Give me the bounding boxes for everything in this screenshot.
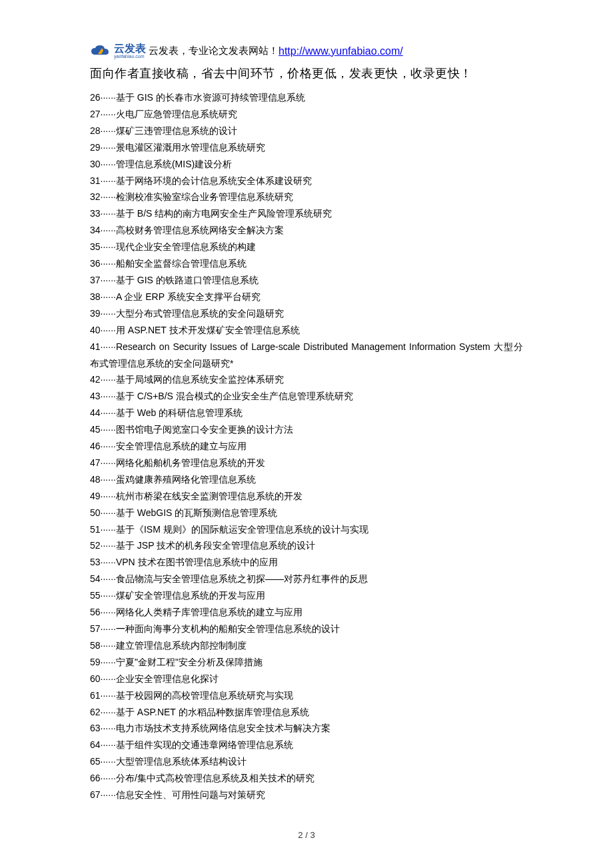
list-item: 54······食品物流与安全管理信息系统之初探——对苏丹红事件的反思 — [90, 571, 523, 587]
item-separator: ······ — [101, 374, 116, 385]
item-number: 46 — [90, 441, 101, 451]
list-item: 59······宁夏"金财工程"安全分析及保障措施 — [90, 654, 523, 671]
item-title: 基于组件实现的交通违章网络管理信息系统 — [116, 739, 293, 750]
item-separator: ······ — [101, 789, 116, 800]
item-title: 用 ASP.NET 技术开发煤矿安全管理信息系统 — [116, 325, 300, 335]
list-item: 44······基于 Web 的科研信息管理系统 — [90, 405, 523, 421]
item-title: VPN 技术在图书管理信息系统中的应用 — [116, 557, 278, 567]
item-title: 基于 Web 的科研信息管理系统 — [116, 407, 243, 418]
item-title: 检测校准实验室综合业务管理信息系统研究 — [116, 191, 293, 202]
item-number: 29 — [90, 142, 101, 153]
item-title: 煤矿三违管理信息系统的设计 — [116, 125, 237, 136]
item-title: 分布/集中式高校管理信息系统及相关技术的研究 — [116, 773, 314, 783]
item-number: 59 — [90, 657, 101, 667]
item-number: 33 — [90, 208, 101, 219]
list-item: 63······电力市场技术支持系统网络信息安全技术与解决方案 — [90, 720, 523, 737]
cloud-logo-icon — [90, 44, 111, 59]
item-number: 54 — [90, 573, 101, 584]
item-separator: ······ — [101, 707, 116, 717]
item-title: Research on Security Issues of Large-sca… — [90, 341, 523, 369]
list-item: 34······高校财务管理信息系统网络安全解决方案 — [90, 222, 523, 239]
item-title: 煤矿安全管理信息系统的开发与应用 — [116, 590, 265, 601]
page-header: 云发表 yanfabiao.com 云发表，专业论文发表网站！ http://w… — [90, 43, 523, 59]
list-item: 29······景电灌区灌溉用水管理信息系统研究 — [90, 139, 523, 156]
item-title: 基于 ASP.NET 的水稻品种数据库管理信息系统 — [116, 707, 309, 717]
item-title: 高校财务管理信息系统网络安全解决方案 — [116, 225, 284, 235]
list-item: 57······一种面向海事分支机构的船舶安全管理信息系统的设计 — [90, 621, 523, 637]
list-item: 30······管理信息系统(MIS)建设分析 — [90, 156, 523, 173]
item-title: A 企业 ERP 系统安全支撑平台研究 — [116, 291, 261, 302]
header-link[interactable]: http://www.yunfabiao.com/ — [279, 45, 403, 57]
item-separator: ······ — [101, 441, 116, 451]
page-subtitle: 面向作者直接收稿，省去中间环节，价格更低，发表更快，收录更快！ — [90, 65, 523, 81]
item-number: 41 — [90, 341, 101, 352]
list-item: 33······基于 B/S 结构的南方电网安全生产风险管理系统研究 — [90, 205, 523, 222]
item-title: 基于《ISM 规则》的国际航运安全管理信息系统的设计与实现 — [116, 524, 368, 535]
item-separator: ······ — [101, 673, 116, 684]
item-number: 26 — [90, 92, 101, 103]
item-title: 食品物流与安全管理信息系统之初探——对苏丹红事件的反思 — [116, 573, 368, 584]
item-title: 网络化船舶机务管理信息系统的开发 — [116, 457, 265, 468]
item-separator: ······ — [101, 607, 116, 617]
item-separator: ······ — [101, 540, 116, 551]
item-number: 42 — [90, 374, 101, 385]
item-separator: ······ — [101, 275, 116, 285]
list-item: 40······用 ASP.NET 技术开发煤矿安全管理信息系统 — [90, 322, 523, 339]
list-item: 37······基于 GIS 的铁路道口管理信息系统 — [90, 272, 523, 289]
item-separator: ······ — [101, 159, 116, 169]
brand-block: 云发表 yanfabiao.com — [114, 43, 146, 59]
item-title: 电力市场技术支持系统网络信息安全技术与解决方案 — [116, 723, 330, 733]
item-title: 管理信息系统(MIS)建设分析 — [116, 159, 232, 169]
item-separator: ······ — [101, 325, 116, 335]
item-separator: ······ — [101, 756, 116, 767]
item-separator: ······ — [101, 308, 116, 319]
item-number: 51 — [90, 524, 101, 535]
item-separator: ······ — [101, 507, 116, 518]
item-number: 52 — [90, 540, 101, 551]
item-separator: ······ — [101, 208, 116, 219]
list-item: 49······杭州市桥梁在线安全监测管理信息系统的开发 — [90, 488, 523, 505]
item-title: 火电厂应急管理信息系统研究 — [116, 109, 237, 119]
item-title: 现代企业安全管理信息系统的构建 — [116, 241, 256, 252]
list-item: 64······基于组件实现的交通违章网络管理信息系统 — [90, 737, 523, 753]
list-item: 31······基于网络环境的会计信息系统安全体系建设研究 — [90, 173, 523, 189]
item-number: 32 — [90, 191, 101, 202]
list-item: 60······企业安全管理信息化探讨 — [90, 671, 523, 687]
item-title: 船舶安全监督综合管理信息系统 — [116, 258, 247, 269]
item-number: 34 — [90, 225, 101, 235]
item-title: 基于 C/S+B/S 混合模式的企业安全生产信息管理系统研究 — [116, 391, 353, 401]
list-item: 46······安全管理信息系统的建立与应用 — [90, 438, 523, 455]
item-number: 62 — [90, 707, 101, 717]
item-separator: ······ — [101, 723, 116, 733]
list-item: 65······大型管理信息系统体系结构设计 — [90, 753, 523, 770]
item-number: 40 — [90, 325, 101, 335]
item-title: 安全管理信息系统的建立与应用 — [116, 441, 247, 451]
item-separator: ······ — [101, 341, 116, 352]
item-separator: ······ — [101, 391, 116, 401]
list-item: 52······基于 JSP 技术的机务段安全管理信息系统的设计 — [90, 537, 523, 554]
item-separator: ······ — [101, 773, 116, 783]
brand-name-cn: 云发表 — [114, 43, 146, 54]
item-number: 39 — [90, 308, 101, 319]
list-item: 55······煤矿安全管理信息系统的开发与应用 — [90, 587, 523, 604]
item-separator: ······ — [101, 225, 116, 235]
list-item: 66······分布/集中式高校管理信息系统及相关技术的研究 — [90, 770, 523, 787]
item-separator: ······ — [101, 623, 116, 634]
list-item: 41······Research on Security Issues of L… — [90, 339, 523, 372]
item-separator: ······ — [101, 241, 116, 252]
list-item: 35······现代企业安全管理信息系统的构建 — [90, 239, 523, 255]
item-title: 基于 B/S 结构的南方电网安全生产风险管理系统研究 — [116, 208, 332, 219]
item-separator: ······ — [101, 291, 116, 302]
item-number: 47 — [90, 457, 101, 468]
item-separator: ······ — [101, 739, 116, 750]
item-number: 58 — [90, 640, 101, 651]
item-separator: ······ — [101, 657, 116, 667]
item-title: 杭州市桥梁在线安全监测管理信息系统的开发 — [116, 491, 303, 501]
item-title: 基于网络环境的会计信息系统安全体系建设研究 — [116, 175, 312, 186]
item-number: 27 — [90, 109, 101, 119]
item-separator: ······ — [101, 142, 116, 153]
item-separator: ······ — [101, 457, 116, 468]
item-title: 基于 GIS 的铁路道口管理信息系统 — [116, 275, 259, 285]
item-number: 28 — [90, 125, 101, 136]
item-separator: ······ — [101, 109, 116, 119]
